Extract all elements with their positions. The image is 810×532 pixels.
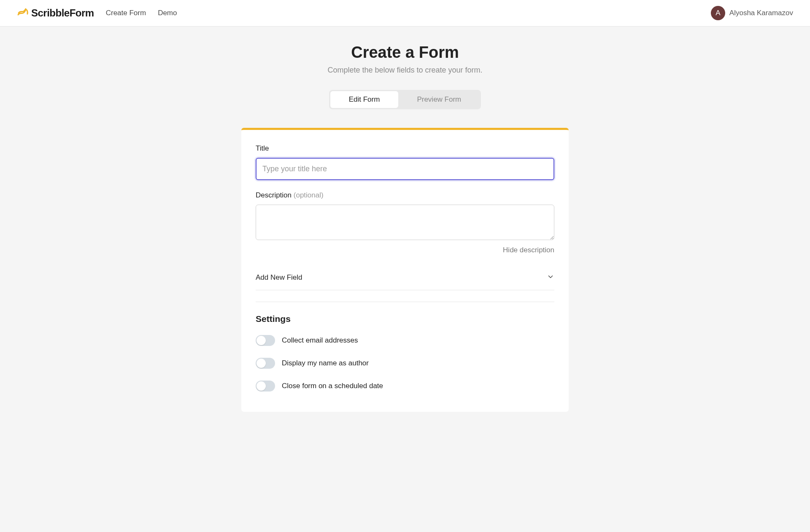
- chevron-down-icon: [547, 273, 554, 282]
- nav-demo[interactable]: Demo: [158, 9, 177, 17]
- app-header: ScribbleForm Create Form Demo A Alyosha …: [0, 0, 810, 27]
- user-menu[interactable]: A Alyosha Karamazov: [711, 6, 793, 20]
- description-input[interactable]: [256, 205, 554, 240]
- add-new-field-button[interactable]: Add New Field: [256, 265, 554, 290]
- main-content: Create a Form Complete the below fields …: [0, 27, 810, 437]
- add-new-field-label: Add New Field: [256, 273, 302, 282]
- description-label-text: Description: [256, 191, 294, 199]
- description-optional: (optional): [294, 191, 324, 199]
- toggle-display-author[interactable]: [256, 358, 275, 369]
- form-card: Title Description (optional) Hide descri…: [241, 128, 569, 412]
- user-name: Alyosha Karamazov: [729, 9, 793, 17]
- toggle-label: Collect email addresses: [282, 336, 358, 345]
- toggle-knob: [256, 381, 266, 391]
- hide-description-button[interactable]: Hide description: [256, 246, 554, 254]
- page-title: Create a Form: [351, 43, 459, 62]
- toggle-collect-emails[interactable]: [256, 335, 275, 346]
- section-divider: [256, 290, 554, 302]
- description-label: Description (optional): [256, 191, 554, 200]
- toggle-knob: [256, 359, 266, 368]
- settings-heading: Settings: [256, 314, 554, 324]
- setting-collect-emails: Collect email addresses: [256, 335, 554, 346]
- tab-preview-form[interactable]: Preview Form: [398, 91, 480, 108]
- setting-close-scheduled: Close form on a scheduled date: [256, 381, 554, 392]
- toggle-label: Display my name as author: [282, 359, 369, 367]
- toggle-knob: [256, 336, 266, 345]
- nav-create-form[interactable]: Create Form: [106, 9, 146, 17]
- avatar: A: [711, 6, 725, 20]
- tab-edit-form[interactable]: Edit Form: [330, 91, 399, 108]
- toggle-close-scheduled[interactable]: [256, 381, 275, 392]
- toggle-label: Close form on a scheduled date: [282, 382, 383, 390]
- logo-text: ScribbleForm: [31, 7, 94, 19]
- setting-display-author: Display my name as author: [256, 358, 554, 369]
- tab-group: Edit Form Preview Form: [329, 90, 481, 109]
- description-field-group: Description (optional) Hide description: [256, 191, 554, 254]
- page-subtitle: Complete the below fields to create your…: [327, 66, 482, 75]
- logo[interactable]: ScribbleForm: [17, 6, 94, 20]
- scribble-icon: [17, 6, 29, 20]
- header-left: ScribbleForm Create Form Demo: [17, 6, 177, 20]
- title-field-group: Title: [256, 144, 554, 180]
- title-input[interactable]: [256, 158, 554, 180]
- title-label: Title: [256, 144, 554, 153]
